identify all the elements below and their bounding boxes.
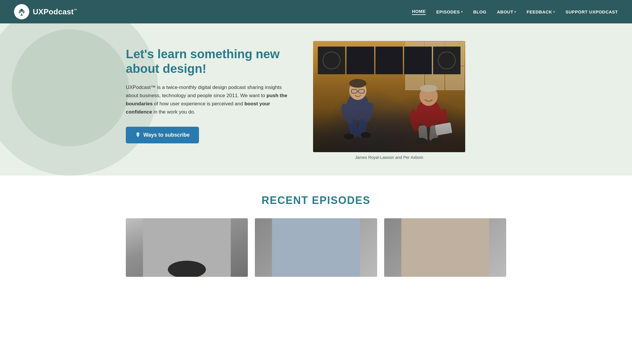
eq-item [346,47,374,74]
episode-card-3[interactable] [384,218,506,277]
site-header: UXPodcast™ HOME EPISODES ▾ BLOG ABOUT ▾ … [0,0,632,23]
hero-section: Let's learn something new about design! … [0,23,632,176]
svg-rect-26 [272,218,360,277]
equipment-row [318,47,461,74]
episode-card-1[interactable] [126,218,248,277]
logo-text: UXPodcast™ [33,7,77,16]
nav-home[interactable]: HOME [412,9,426,15]
logo-area[interactable]: UXPodcast™ [14,4,77,19]
nav-episodes[interactable]: EPISODES ▾ [436,9,463,14]
hero-caption: James Royal-Lawson and Per Axbom [313,155,465,160]
subscribe-button[interactable]: 🎙 Ways to subscribe [126,127,199,143]
podcast-icon: 🎙 [135,132,140,138]
episode-thumb-1 [126,218,248,277]
hero-title: Let's learn something new about design! [126,47,296,76]
hero-right: James Royal-Lawson and Per Axbom [313,41,465,160]
svg-rect-27 [401,218,489,277]
episode-thumb-3 [384,218,506,277]
floor-area [313,108,465,152]
about-chevron-icon: ▾ [514,10,516,13]
studio-overlay [313,41,465,152]
hero-left: Let's learn something new about design! … [126,41,296,143]
episode-card-2[interactable] [255,218,377,277]
episodes-chevron-icon: ▾ [461,10,463,13]
feedback-chevron-icon: ▾ [553,10,555,13]
svg-point-15 [420,85,437,92]
recent-episodes-title: RECENT EPISODES [14,194,618,207]
eq-speaker [318,47,346,74]
recent-episodes-section: RECENT EPISODES [0,177,632,289]
eq-speaker-2 [433,47,461,74]
svg-point-6 [349,79,367,88]
main-nav: HOME EPISODES ▾ BLOG ABOUT ▾ FEEDBACK ▾ … [412,9,618,15]
nav-support[interactable]: SUPPORT UXPODCAST [566,9,618,14]
nav-feedback[interactable]: FEEDBACK ▾ [527,9,555,14]
eq-item [404,47,432,74]
episode-thumb-2 [255,218,377,277]
nav-about[interactable]: ABOUT ▾ [497,9,516,14]
hero-description: UXPodcast™ is a twice-monthly digital de… [126,83,296,116]
hero-bg-circle-inner [12,29,129,146]
hero-photo [313,41,465,152]
hero-content: Let's learn something new about design! … [126,41,506,160]
episodes-grid [126,218,506,277]
nav-blog[interactable]: BLOG [473,9,486,14]
eq-item [375,47,403,74]
logo-icon [14,4,29,19]
